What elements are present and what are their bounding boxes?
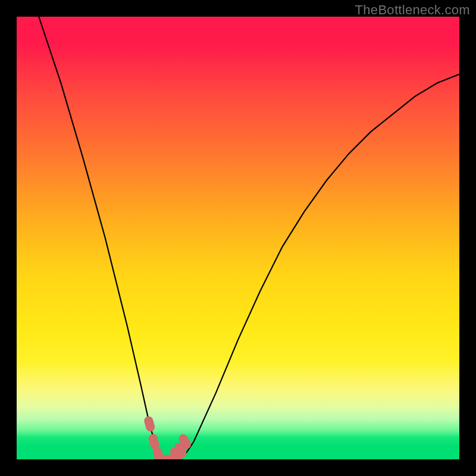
app-frame: TheBottleneck.com — [0, 0, 476, 476]
marker-point — [143, 415, 156, 433]
plot-area — [17, 17, 459, 459]
marker-group — [143, 415, 193, 459]
highlighted-markers — [17, 17, 459, 459]
watermark-label: TheBottleneck.com — [355, 2, 470, 18]
